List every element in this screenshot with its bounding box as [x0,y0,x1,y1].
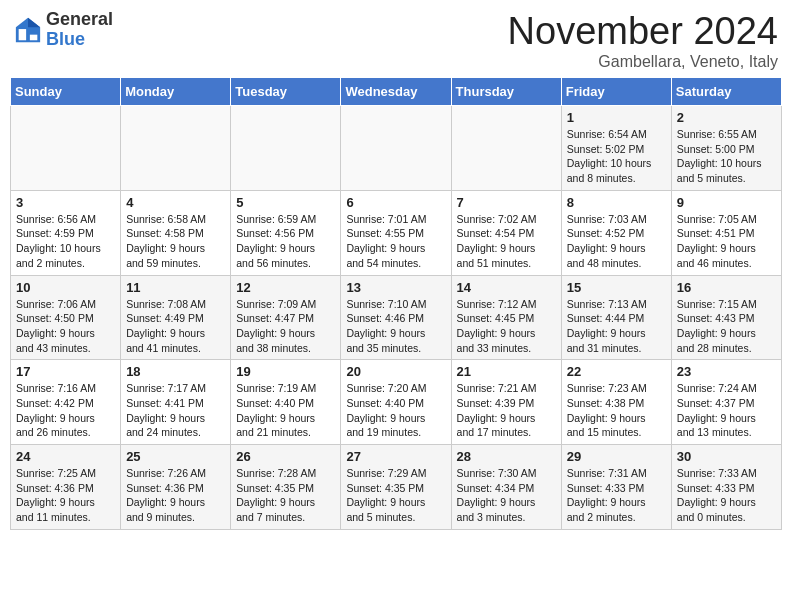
day-number: 21 [457,364,556,379]
day-number: 19 [236,364,335,379]
calendar-cell: 28Sunrise: 7:30 AM Sunset: 4:34 PM Dayli… [451,445,561,530]
calendar-cell: 22Sunrise: 7:23 AM Sunset: 4:38 PM Dayli… [561,360,671,445]
day-info: Sunrise: 7:23 AM Sunset: 4:38 PM Dayligh… [567,381,666,440]
calendar-cell: 13Sunrise: 7:10 AM Sunset: 4:46 PM Dayli… [341,275,451,360]
calendar-cell: 9Sunrise: 7:05 AM Sunset: 4:51 PM Daylig… [671,190,781,275]
svg-marker-1 [28,18,40,27]
day-info: Sunrise: 7:19 AM Sunset: 4:40 PM Dayligh… [236,381,335,440]
day-info: Sunrise: 6:59 AM Sunset: 4:56 PM Dayligh… [236,212,335,271]
day-info: Sunrise: 7:10 AM Sunset: 4:46 PM Dayligh… [346,297,445,356]
day-number: 7 [457,195,556,210]
day-number: 2 [677,110,776,125]
day-number: 25 [126,449,225,464]
day-number: 20 [346,364,445,379]
calendar-cell [451,106,561,191]
calendar-cell: 30Sunrise: 7:33 AM Sunset: 4:33 PM Dayli… [671,445,781,530]
day-info: Sunrise: 6:54 AM Sunset: 5:02 PM Dayligh… [567,127,666,186]
day-number: 11 [126,280,225,295]
logo: General Blue [14,10,113,50]
calendar-cell [341,106,451,191]
day-info: Sunrise: 6:55 AM Sunset: 5:00 PM Dayligh… [677,127,776,186]
day-info: Sunrise: 7:02 AM Sunset: 4:54 PM Dayligh… [457,212,556,271]
day-info: Sunrise: 7:08 AM Sunset: 4:49 PM Dayligh… [126,297,225,356]
day-number: 26 [236,449,335,464]
day-info: Sunrise: 7:31 AM Sunset: 4:33 PM Dayligh… [567,466,666,525]
day-info: Sunrise: 7:13 AM Sunset: 4:44 PM Dayligh… [567,297,666,356]
day-number: 12 [236,280,335,295]
calendar-cell: 12Sunrise: 7:09 AM Sunset: 4:47 PM Dayli… [231,275,341,360]
day-number: 16 [677,280,776,295]
calendar-cell: 2Sunrise: 6:55 AM Sunset: 5:00 PM Daylig… [671,106,781,191]
calendar-cell: 20Sunrise: 7:20 AM Sunset: 4:40 PM Dayli… [341,360,451,445]
calendar-header-row: SundayMondayTuesdayWednesdayThursdayFrid… [11,78,782,106]
day-info: Sunrise: 7:20 AM Sunset: 4:40 PM Dayligh… [346,381,445,440]
day-info: Sunrise: 7:01 AM Sunset: 4:55 PM Dayligh… [346,212,445,271]
day-number: 23 [677,364,776,379]
calendar-cell: 21Sunrise: 7:21 AM Sunset: 4:39 PM Dayli… [451,360,561,445]
day-info: Sunrise: 7:03 AM Sunset: 4:52 PM Dayligh… [567,212,666,271]
month-title: November 2024 [508,10,778,53]
day-info: Sunrise: 7:28 AM Sunset: 4:35 PM Dayligh… [236,466,335,525]
day-info: Sunrise: 7:06 AM Sunset: 4:50 PM Dayligh… [16,297,115,356]
calendar-cell [11,106,121,191]
day-number: 13 [346,280,445,295]
day-of-week-header: Friday [561,78,671,106]
day-info: Sunrise: 7:24 AM Sunset: 4:37 PM Dayligh… [677,381,776,440]
day-number: 5 [236,195,335,210]
day-number: 24 [16,449,115,464]
calendar-cell: 8Sunrise: 7:03 AM Sunset: 4:52 PM Daylig… [561,190,671,275]
calendar-week-row: 17Sunrise: 7:16 AM Sunset: 4:42 PM Dayli… [11,360,782,445]
day-number: 30 [677,449,776,464]
day-of-week-header: Tuesday [231,78,341,106]
calendar-cell: 25Sunrise: 7:26 AM Sunset: 4:36 PM Dayli… [121,445,231,530]
day-number: 18 [126,364,225,379]
calendar-week-row: 1Sunrise: 6:54 AM Sunset: 5:02 PM Daylig… [11,106,782,191]
day-number: 9 [677,195,776,210]
calendar-cell: 15Sunrise: 7:13 AM Sunset: 4:44 PM Dayli… [561,275,671,360]
svg-rect-3 [30,34,37,40]
calendar-cell [231,106,341,191]
day-info: Sunrise: 7:09 AM Sunset: 4:47 PM Dayligh… [236,297,335,356]
calendar-week-row: 3Sunrise: 6:56 AM Sunset: 4:59 PM Daylig… [11,190,782,275]
day-info: Sunrise: 7:15 AM Sunset: 4:43 PM Dayligh… [677,297,776,356]
calendar-cell: 14Sunrise: 7:12 AM Sunset: 4:45 PM Dayli… [451,275,561,360]
day-info: Sunrise: 7:16 AM Sunset: 4:42 PM Dayligh… [16,381,115,440]
day-info: Sunrise: 7:30 AM Sunset: 4:34 PM Dayligh… [457,466,556,525]
logo-general: General [46,10,113,30]
logo-icon [14,16,42,44]
calendar-body: 1Sunrise: 6:54 AM Sunset: 5:02 PM Daylig… [11,106,782,530]
day-of-week-header: Wednesday [341,78,451,106]
calendar-cell: 26Sunrise: 7:28 AM Sunset: 4:35 PM Dayli… [231,445,341,530]
day-info: Sunrise: 7:25 AM Sunset: 4:36 PM Dayligh… [16,466,115,525]
calendar-cell: 5Sunrise: 6:59 AM Sunset: 4:56 PM Daylig… [231,190,341,275]
calendar-cell: 24Sunrise: 7:25 AM Sunset: 4:36 PM Dayli… [11,445,121,530]
calendar-cell: 11Sunrise: 7:08 AM Sunset: 4:49 PM Dayli… [121,275,231,360]
day-number: 6 [346,195,445,210]
day-number: 10 [16,280,115,295]
day-info: Sunrise: 6:58 AM Sunset: 4:58 PM Dayligh… [126,212,225,271]
calendar-cell: 6Sunrise: 7:01 AM Sunset: 4:55 PM Daylig… [341,190,451,275]
day-info: Sunrise: 7:33 AM Sunset: 4:33 PM Dayligh… [677,466,776,525]
day-of-week-header: Thursday [451,78,561,106]
day-number: 17 [16,364,115,379]
calendar-cell: 3Sunrise: 6:56 AM Sunset: 4:59 PM Daylig… [11,190,121,275]
day-number: 27 [346,449,445,464]
calendar-cell: 4Sunrise: 6:58 AM Sunset: 4:58 PM Daylig… [121,190,231,275]
calendar-cell: 18Sunrise: 7:17 AM Sunset: 4:41 PM Dayli… [121,360,231,445]
calendar-table: SundayMondayTuesdayWednesdayThursdayFrid… [10,77,782,530]
page-header: General Blue November 2024 Gambellara, V… [10,10,782,71]
calendar-cell [121,106,231,191]
day-info: Sunrise: 6:56 AM Sunset: 4:59 PM Dayligh… [16,212,115,271]
day-number: 15 [567,280,666,295]
day-number: 1 [567,110,666,125]
logo-blue: Blue [46,30,113,50]
day-info: Sunrise: 7:21 AM Sunset: 4:39 PM Dayligh… [457,381,556,440]
calendar-cell: 19Sunrise: 7:19 AM Sunset: 4:40 PM Dayli… [231,360,341,445]
day-number: 3 [16,195,115,210]
day-number: 8 [567,195,666,210]
calendar-week-row: 24Sunrise: 7:25 AM Sunset: 4:36 PM Dayli… [11,445,782,530]
calendar-cell: 23Sunrise: 7:24 AM Sunset: 4:37 PM Dayli… [671,360,781,445]
calendar-week-row: 10Sunrise: 7:06 AM Sunset: 4:50 PM Dayli… [11,275,782,360]
day-info: Sunrise: 7:05 AM Sunset: 4:51 PM Dayligh… [677,212,776,271]
day-info: Sunrise: 7:29 AM Sunset: 4:35 PM Dayligh… [346,466,445,525]
